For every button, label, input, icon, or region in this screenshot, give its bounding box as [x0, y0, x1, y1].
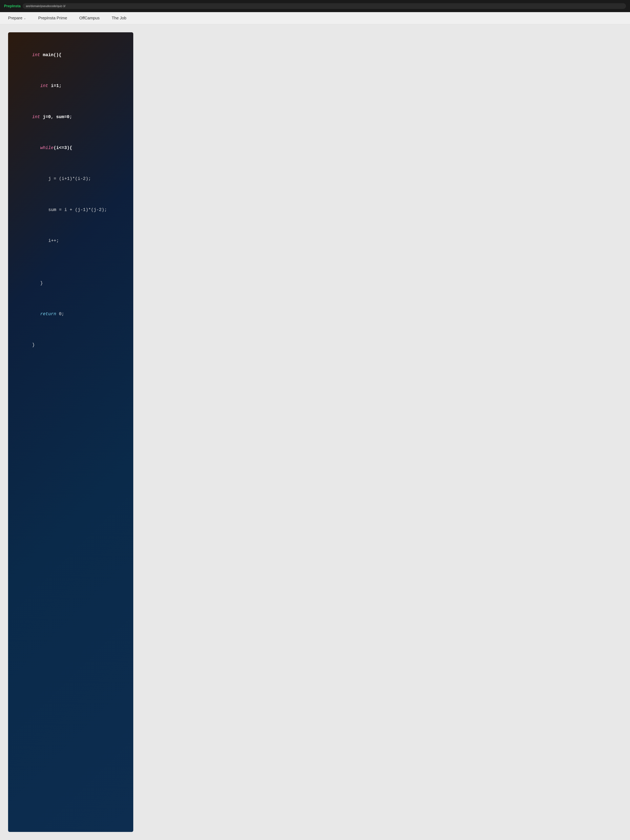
code-close-while: } — [40, 281, 43, 286]
code-i-increment: i++; — [48, 238, 59, 243]
keyword-return: return — [40, 311, 56, 317]
code-line-1: int main(){ — [16, 43, 125, 68]
code-main: main(){ — [40, 52, 62, 58]
code-i-init: i=1; — [48, 84, 62, 88]
code-line-3: int j=0, sum=0; — [16, 104, 125, 129]
code-line-8: } — [16, 271, 125, 296]
code-line-2: int i=1; — [16, 73, 125, 98]
nav-label-offcampus: OffCampus — [79, 16, 100, 21]
empty-6 — [16, 223, 125, 228]
empty-3 — [16, 129, 125, 135]
empty-2 — [16, 99, 125, 104]
nav-label-thejob: The Job — [112, 16, 126, 21]
empty-8 — [16, 259, 125, 265]
code-sum-assign: sum = i + (j-1)*(j-2); — [48, 207, 107, 212]
nav-label-prepare: Prepare — [8, 16, 22, 21]
nav-bar: Prepare ⌄ PrepInsta Prime OffCampus The … — [0, 12, 630, 24]
code-line-7: i++; — [16, 228, 125, 253]
empty-1 — [16, 68, 125, 73]
address-bar[interactable]: are/domain/pseudocode/quiz-3/ — [23, 3, 626, 9]
keyword-int-3: int — [32, 114, 40, 120]
code-close-main: } — [32, 343, 35, 347]
chevron-down-icon: ⌄ — [24, 17, 26, 20]
main-content: int main(){ int i=1; int j=0, sum=0; whi… — [0, 24, 630, 840]
code-line-6: sum = i + (j-1)*(j-2); — [16, 197, 125, 223]
nav-label-prime: PrepInsta Prime — [38, 16, 67, 21]
code-return-val: 0; — [56, 311, 64, 317]
nav-item-prepare[interactable]: Prepare ⌄ — [8, 16, 26, 21]
code-line-10: } — [16, 333, 125, 358]
nav-item-prime[interactable]: PrepInsta Prime — [38, 16, 67, 21]
keyword-while: while — [40, 145, 54, 150]
code-line-4: while(i<=3){ — [16, 135, 125, 161]
empty-4 — [16, 161, 125, 166]
empty-5 — [16, 192, 125, 197]
empty-7 — [16, 254, 125, 259]
code-block: int main(){ int i=1; int j=0, sum=0; whi… — [8, 32, 133, 832]
code-line-9: return 0; — [16, 302, 125, 327]
code-while-cond: (i<=3){ — [54, 145, 72, 150]
empty-9 — [16, 265, 125, 271]
code-j-assign: j = (i+1)*(i-2); — [48, 176, 91, 181]
nav-item-offcampus[interactable]: OffCampus — [79, 16, 100, 21]
nav-item-thejob[interactable]: The Job — [112, 16, 126, 21]
browser-logo: PrepInsta — [4, 4, 21, 8]
keyword-int-2: int — [40, 84, 48, 88]
empty-11 — [16, 327, 125, 333]
code-line-5: j = (i+1)*(i-2); — [16, 166, 125, 192]
keyword-int-1: int — [32, 52, 40, 58]
browser-bar: PrepInsta are/domain/pseudocode/quiz-3/ — [0, 0, 630, 12]
code-j-sum-init: j=0, sum=0; — [40, 114, 72, 120]
empty-10 — [16, 296, 125, 302]
